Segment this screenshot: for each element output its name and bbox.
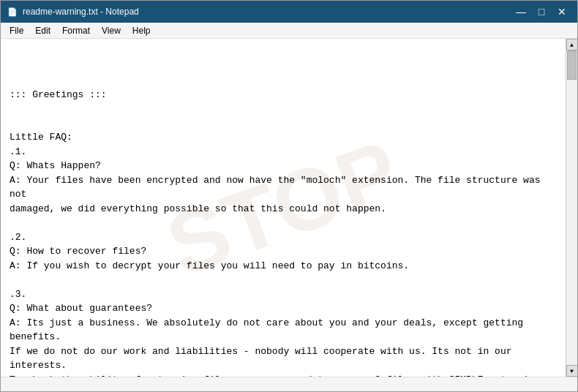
maximize-button[interactable]: □ xyxy=(532,4,551,19)
window-title: readme-warning.txt - Notepad xyxy=(23,7,139,17)
menu-view[interactable]: View xyxy=(96,24,127,37)
notepad-icon: 📄 xyxy=(7,6,18,18)
text-inner: ::: Greetings ::: Little FAQ: .1. Q: Wha… xyxy=(10,88,557,377)
menu-help[interactable]: Help xyxy=(127,24,157,37)
content-area: STOP ::: Greetings ::: Little FAQ: .1. Q… xyxy=(1,39,577,377)
window-controls: — □ ✕ xyxy=(511,4,571,19)
text-editor[interactable]: STOP ::: Greetings ::: Little FAQ: .1. Q… xyxy=(1,39,566,377)
minimize-button[interactable]: — xyxy=(511,4,530,19)
close-button[interactable]: ✕ xyxy=(552,4,571,19)
title-bar: 📄 readme-warning.txt - Notepad — □ ✕ xyxy=(1,1,577,23)
scroll-thumb[interactable] xyxy=(567,50,577,80)
scroll-down-button[interactable]: ▼ xyxy=(566,365,578,377)
notepad-window: 📄 readme-warning.txt - Notepad — □ ✕ Fil… xyxy=(0,0,578,392)
menu-bar: File Edit Format View Help xyxy=(1,23,577,39)
scrollbar-vertical[interactable]: ▲ ▼ xyxy=(566,39,577,377)
scroll-up-button[interactable]: ▲ xyxy=(566,39,578,50)
title-bar-left: 📄 readme-warning.txt - Notepad xyxy=(7,6,139,18)
menu-format[interactable]: Format xyxy=(56,24,96,37)
scroll-track[interactable] xyxy=(566,50,577,365)
status-bar xyxy=(1,377,577,391)
menu-file[interactable]: File xyxy=(4,24,29,37)
menu-edit[interactable]: Edit xyxy=(29,24,56,37)
